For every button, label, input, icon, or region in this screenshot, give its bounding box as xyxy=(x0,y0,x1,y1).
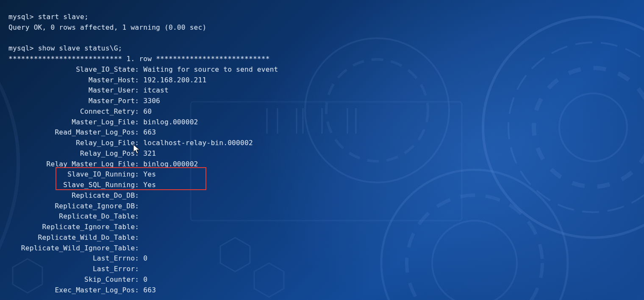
prompt: mysql> xyxy=(8,13,34,21)
command-show-slave-status: show slave status\G; xyxy=(38,44,122,52)
prompt: mysql> xyxy=(8,44,34,52)
slave-status-fields: Slave_IO_State: Waiting for source to se… xyxy=(8,65,278,294)
command-start-slave: start slave; xyxy=(38,13,89,21)
query-ok-response: Query OK, 0 rows affected, 1 warning (0.… xyxy=(8,23,206,31)
row-label: 1. row xyxy=(127,55,152,63)
row-separator: *************************** xyxy=(8,55,122,63)
row-separator: *************************** xyxy=(156,55,270,63)
terminal-output[interactable]: mysql> start slave; Query OK, 0 rows aff… xyxy=(0,0,644,295)
